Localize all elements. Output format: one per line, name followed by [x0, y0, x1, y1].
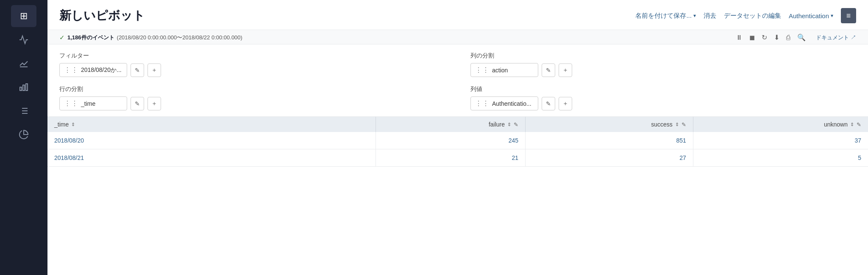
main-content: 新しいピボット 名前を付けて保存... ▾ 消去 データセットの編集 Authe… [47, 0, 868, 275]
stop-button[interactable]: ◼ [749, 33, 755, 41]
hamburger-button[interactable]: ≡ [841, 8, 856, 23]
status-left: ✓ 1,186件のイベント (2018/08/20 0:00:00.000〜20… [59, 34, 242, 41]
td-failure-1: 21 [376, 149, 525, 167]
topbar-actions: 名前を付けて保存... ▾ 消去 データセットの編集 Authenticatio… [635, 8, 856, 23]
row-split-section: 行の分割 ⋮⋮ _time ✎ ＋ [59, 85, 445, 110]
th-time-label: _time [54, 121, 69, 128]
th-unknown: unknown ⇕ ✎ [693, 117, 868, 132]
th-failure-label: failure [489, 121, 505, 128]
status-right: ⏸ ◼ ↻ ⬇ ⎙ 🔍 ドキュメント ↗ [736, 33, 856, 41]
pivot-config: フィルター ⋮⋮ 2018/08/20か... ✎ ＋ 列の分割 ⋮⋮ acti… [47, 44, 868, 117]
filter-value: 2018/08/20か... [81, 66, 122, 74]
filter-field-box: ⋮⋮ 2018/08/20か... [59, 63, 127, 77]
filter-add-button[interactable]: ＋ [147, 63, 161, 77]
col-value-section: 列値 ⋮⋮ Authenticatio... ✎ ＋ [470, 85, 856, 110]
th-success: success ⇕ ✎ [526, 117, 693, 132]
search-button[interactable]: 🔍 [797, 33, 806, 41]
download-button[interactable]: ⬇ [774, 33, 779, 41]
col-split-add-button[interactable]: ＋ [559, 63, 572, 77]
icon-bar: ⏸ ◼ ↻ ⬇ ⎙ 🔍 [736, 33, 806, 41]
col-value-value: Authenticatio... [492, 100, 531, 107]
auth-chevron-icon: ▾ [831, 13, 833, 19]
td-unknown-1: 5 [693, 149, 868, 167]
row-split-label: 行の分割 [59, 85, 445, 93]
th-unknown-label: unknown [824, 121, 848, 128]
edit-dataset-button[interactable]: データセットの編集 [724, 12, 781, 20]
th-success-edit-button[interactable]: ✎ [682, 121, 686, 128]
table-row: 2018/08/20 245 851 37 [47, 132, 868, 149]
svg-rect-1 [20, 87, 22, 91]
td-time-0[interactable]: 2018/08/20 [47, 132, 376, 149]
th-time-sort-icon[interactable]: ⇕ [71, 122, 75, 127]
td-success-0: 851 [526, 132, 693, 149]
delete-button[interactable]: 消去 [704, 12, 716, 20]
sidebar-icon-bar-chart[interactable] [11, 76, 36, 98]
row-split-field-box: ⋮⋮ _time [59, 96, 127, 110]
th-unknown-sort-icon[interactable]: ⇕ [850, 122, 854, 127]
col-split-label: 列の分割 [470, 52, 856, 60]
col-value-label: 列値 [470, 85, 856, 93]
col-split-dots-icon: ⋮⋮ [475, 66, 490, 74]
row-split-dots-icon: ⋮⋮ [64, 99, 78, 107]
col-value-edit-button[interactable]: ✎ [542, 97, 555, 110]
th-unknown-edit-button[interactable]: ✎ [857, 121, 861, 128]
col-split-value: action [492, 67, 508, 74]
row-split-field-row: ⋮⋮ _time ✎ ＋ [59, 96, 445, 110]
pivot-table: _time ⇕ failure ⇕ ✎ success [47, 117, 868, 167]
th-failure-edit-button[interactable]: ✎ [514, 121, 518, 128]
col-value-add-button[interactable]: ＋ [559, 97, 572, 110]
topbar: 新しいピボット 名前を付けて保存... ▾ 消去 データセットの編集 Authe… [47, 0, 868, 30]
td-success-1: 27 [526, 149, 693, 167]
save-button[interactable]: 名前を付けて保存... ▾ [635, 12, 696, 20]
event-count: 1,186件のイベント [67, 34, 114, 41]
table-header-row: _time ⇕ failure ⇕ ✎ success [47, 117, 868, 132]
row-split-add-button[interactable]: ＋ [147, 97, 161, 110]
statusbar: ✓ 1,186件のイベント (2018/08/20 0:00:00.000〜20… [47, 30, 868, 44]
th-success-label: success [651, 121, 673, 128]
row-split-value: _time [81, 100, 95, 107]
th-failure: failure ⇕ ✎ [376, 117, 525, 132]
authentication-button[interactable]: Authentication ▾ [789, 12, 833, 19]
filter-dots-icon: ⋮⋮ [64, 66, 78, 74]
print-button[interactable]: ⎙ [786, 34, 790, 41]
col-split-field-box: ⋮⋮ action [470, 63, 538, 77]
col-value-field-row: ⋮⋮ Authenticatio... ✎ ＋ [470, 96, 856, 110]
svg-rect-3 [26, 84, 28, 91]
col-split-field-row: ⋮⋮ action ✎ ＋ [470, 63, 856, 77]
table-container: _time ⇕ failure ⇕ ✎ success [47, 117, 868, 275]
doc-link[interactable]: ドキュメント ↗ [816, 34, 856, 41]
filter-field-row: ⋮⋮ 2018/08/20か... ✎ ＋ [59, 63, 445, 77]
sidebar: ⊞ [0, 0, 47, 275]
sidebar-icon-chart-area[interactable] [11, 52, 36, 74]
filter-label: フィルター [59, 52, 445, 60]
page-title: 新しいピボット [59, 8, 145, 24]
th-failure-sort-icon[interactable]: ⇕ [507, 122, 511, 127]
pause-button[interactable]: ⏸ [736, 34, 743, 41]
td-failure-0: 245 [376, 132, 525, 149]
col-value-field-box: ⋮⋮ Authenticatio... [470, 96, 538, 110]
sidebar-icon-activity[interactable] [11, 29, 36, 51]
td-time-1[interactable]: 2018/08/21 [47, 149, 376, 167]
th-success-sort-icon[interactable]: ⇕ [675, 122, 679, 127]
sidebar-icon-grid[interactable]: ⊞ [11, 5, 36, 27]
filter-section: フィルター ⋮⋮ 2018/08/20か... ✎ ＋ [59, 52, 445, 77]
svg-rect-2 [23, 85, 25, 91]
sidebar-icon-pie-chart[interactable] [11, 124, 36, 146]
row-split-edit-button[interactable]: ✎ [131, 97, 144, 110]
save-chevron-icon: ▾ [693, 13, 696, 19]
col-split-section: 列の分割 ⋮⋮ action ✎ ＋ [470, 52, 856, 77]
redo-button[interactable]: ↻ [762, 33, 767, 41]
td-unknown-0: 37 [693, 132, 868, 149]
save-label: 名前を付けて保存... [635, 12, 692, 20]
table-row: 2018/08/21 21 27 5 [47, 149, 868, 167]
event-range: (2018/08/20 0:00:00.000〜2018/08/22 0:00:… [117, 34, 242, 41]
col-value-dots-icon: ⋮⋮ [475, 99, 490, 107]
th-time: _time ⇕ [47, 117, 376, 132]
auth-label: Authentication [789, 12, 829, 19]
col-split-edit-button[interactable]: ✎ [542, 63, 555, 77]
check-icon: ✓ [59, 34, 65, 41]
sidebar-icon-list[interactable] [11, 100, 36, 122]
filter-edit-button[interactable]: ✎ [131, 63, 144, 77]
